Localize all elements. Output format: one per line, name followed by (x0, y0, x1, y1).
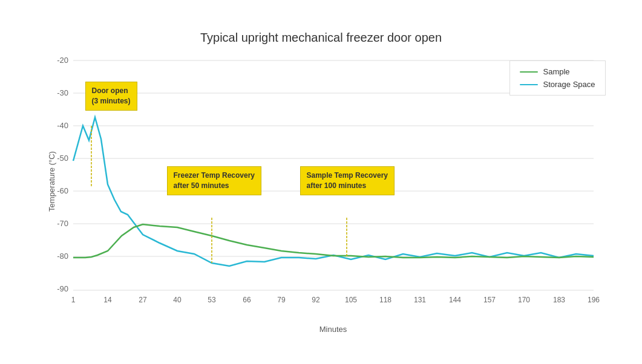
y-axis-label: Temperature (°C) (47, 151, 56, 212)
svg-text:170: 170 (517, 296, 529, 304)
annotation-door-open: Door open(3 minutes) (85, 82, 137, 111)
svg-text:92: 92 (312, 296, 320, 304)
svg-text:14: 14 (103, 296, 112, 304)
svg-text:53: 53 (208, 296, 216, 304)
legend-label-storage: Storage Space (543, 80, 595, 89)
sample-line (73, 224, 594, 258)
legend-label-sample: Sample (543, 67, 569, 76)
svg-text:105: 105 (344, 296, 356, 304)
svg-text:-70: -70 (57, 219, 68, 228)
annotation-freezer-recovery-text: Freezer Temp Recoveryafter 50 minutes (174, 171, 255, 190)
annotation-door-open-text: Door open(3 minutes) (92, 86, 131, 105)
svg-text:-80: -80 (57, 252, 68, 261)
svg-text:131: 131 (413, 296, 425, 304)
annotation-sample-recovery-text: Sample Temp Recoveryafter 100 minutes (307, 171, 388, 190)
svg-text:-40: -40 (57, 121, 68, 130)
legend-line-sample (520, 71, 538, 73)
svg-text:-90: -90 (57, 284, 68, 293)
svg-text:-50: -50 (57, 154, 68, 163)
legend-item-sample: Sample (520, 67, 595, 76)
svg-text:183: 183 (552, 296, 565, 304)
svg-text:-20: -20 (57, 56, 68, 65)
chart-title: Typical upright mechanical freezer door … (31, 31, 612, 45)
chart-container: Typical upright mechanical freezer door … (13, 13, 630, 351)
svg-text:-60: -60 (57, 186, 68, 195)
svg-text:118: 118 (379, 296, 391, 304)
annotation-sample-recovery: Sample Temp Recoveryafter 100 minutes (300, 166, 395, 195)
svg-text:27: 27 (139, 296, 147, 304)
svg-text:1: 1 (71, 296, 75, 304)
legend-item-storage: Storage Space (520, 80, 595, 89)
chart-area: Temperature (°C) Minutes -20 -30 -40 -50… (55, 54, 612, 308)
svg-text:-30: -30 (57, 88, 68, 97)
annotation-freezer-recovery: Freezer Temp Recoveryafter 50 minutes (167, 166, 262, 195)
chart-legend: Sample Storage Space (509, 60, 605, 96)
x-axis-label: Minutes (319, 325, 347, 334)
svg-text:66: 66 (243, 296, 251, 304)
legend-line-storage (520, 84, 538, 85)
svg-text:79: 79 (277, 296, 286, 304)
svg-text:157: 157 (483, 296, 495, 304)
svg-text:196: 196 (587, 296, 599, 304)
svg-text:144: 144 (448, 296, 460, 304)
svg-text:40: 40 (173, 296, 182, 304)
